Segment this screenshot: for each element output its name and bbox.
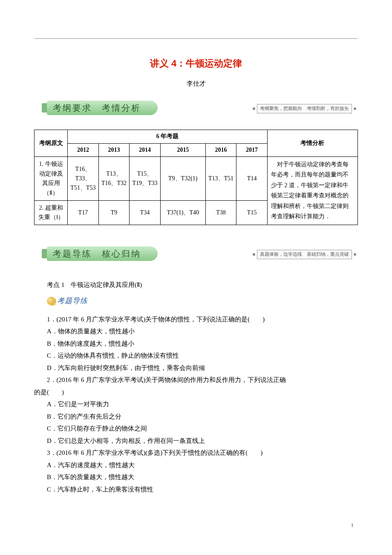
sub-badge-practice: 考题导练 xyxy=(34,295,358,308)
row2-2012: T17 xyxy=(68,201,99,225)
q2-option-a: A．它们是一对平衡力 xyxy=(34,398,358,410)
row2-2014: T34 xyxy=(130,201,161,225)
section-title-2: 考题导练 核心归纳 xyxy=(47,247,141,260)
analysis-cell: 对于牛顿运动定律的考查每年必考，而且每年的题量均不少于 2 道，牛顿第一定律和牛… xyxy=(267,156,357,225)
row1-2012: T16、T33、T51、T53 xyxy=(68,156,99,201)
row2-2017: T15 xyxy=(236,201,268,225)
q1-stem: 1．(2017 年 6 月广东学业水平考试)关于物体的惯性，下列说法正确的是( … xyxy=(34,313,358,326)
q1-option-c: C．运动的物体具有惯性，静止的物体没有惯性 xyxy=(34,350,358,362)
th-year-2017: 2017 xyxy=(236,143,268,156)
exam-analysis-table: 考纲原文 6 年考题 考情分析 2012 2013 2014 2015 2016… xyxy=(34,130,358,225)
row2-2016: T38 xyxy=(205,201,236,225)
q3-option-a: A．汽车的速度越大，惯性越大 xyxy=(34,459,358,471)
q3-stem: 3．(2016 年 6 月广东学业水平考试)(多选)下列关于惯性的说法正确的有(… xyxy=(34,447,358,459)
section-note-text-1: 考纲聚焦，把握航向 考情剖析，有的放矢 xyxy=(257,104,352,113)
row1-2017: T14 xyxy=(236,156,268,201)
row2-2013: T9 xyxy=(98,201,130,225)
q1-option-a: A．物体的质量越大，惯性越小 xyxy=(34,325,358,338)
th-year-2015: 2015 xyxy=(160,143,205,156)
th-years-group: 6 年考题 xyxy=(68,130,268,143)
row1-2015: T9、T32(1) xyxy=(160,156,205,201)
th-analysis: 考情分析 xyxy=(267,130,357,157)
th-year-2016: 2016 xyxy=(205,143,236,156)
top-rule xyxy=(34,38,358,39)
q2-option-d: D．它们总是大小相等，方向相反，作用在同一条直线上 xyxy=(34,435,358,447)
th-year-2014: 2014 xyxy=(130,143,161,156)
author-name: 李仕才 xyxy=(34,78,358,89)
dot-icon xyxy=(253,253,255,256)
sub-badge-text: 考题导练 xyxy=(57,295,88,306)
th-outline: 考纲原文 xyxy=(35,130,68,157)
brush-icon xyxy=(47,297,55,305)
section-title-1: 考纲要求 考情分析 xyxy=(47,101,141,115)
row1-outline: 1. 牛顿运动定律及其应用（Ⅱ） xyxy=(35,156,68,201)
th-year-2012: 2012 xyxy=(68,143,99,156)
th-year-2013: 2013 xyxy=(98,143,130,156)
dot-icon xyxy=(253,107,255,110)
section-note-2: 真题体验，边学边练 基础归纳，重点突破 xyxy=(251,250,358,259)
section-banner-outline: 考纲要求 考情分析 考纲聚焦，把握航向 考情剖析，有的放矢 xyxy=(34,101,358,117)
document-title: 讲义 4：牛顿运动定律 xyxy=(34,56,358,71)
q2-stem-line2: 的是( ) xyxy=(34,386,358,399)
dot-icon xyxy=(354,253,356,256)
q2-stem-line1: 2．(2016 年 6 月广东学业水平考试)关于两物体间的作用力和反作用力，下列… xyxy=(34,374,358,386)
q2-option-b: B．它们的产生有先后之分 xyxy=(34,410,358,423)
q3-option-b: B．汽车的质量越大，惯性越大 xyxy=(34,471,358,483)
dot-icon xyxy=(354,107,356,110)
q1-option-b: B．物体的速度越大，惯性越小 xyxy=(34,338,358,350)
row2-2015: T37(1)、T40 xyxy=(160,201,205,225)
section-note-text-2: 真题体验，边学边练 基础归纳，重点突破 xyxy=(257,250,352,259)
section-note-1: 考纲聚焦，把握航向 考情剖析，有的放矢 xyxy=(251,104,358,113)
page-number: 1 xyxy=(34,521,358,530)
topic-1-heading: 考点 1 牛顿运动定律及其应用(Ⅱ) xyxy=(34,280,358,290)
row2-outline: 2. 超重和失重（Ⅰ） xyxy=(35,201,68,225)
row1-2016: T13、T51 xyxy=(205,156,236,201)
q1-option-d: D．汽车向前行驶时突然刹车，由于惯性，乘客会向前倾 xyxy=(34,362,358,374)
q2-option-c: C．它们只能存在于静止的物体之间 xyxy=(34,422,358,435)
row1-2014: T15、T19、T33 xyxy=(130,156,161,201)
q3-option-c: C．汽车静止时，车上的乘客没有惯性 xyxy=(34,483,358,496)
row1-2013: T13、T16、T32 xyxy=(98,156,130,201)
section-banner-practice: 考题导练 核心归纳 真题体验，边学边练 基础归纳，重点突破 xyxy=(34,246,358,263)
